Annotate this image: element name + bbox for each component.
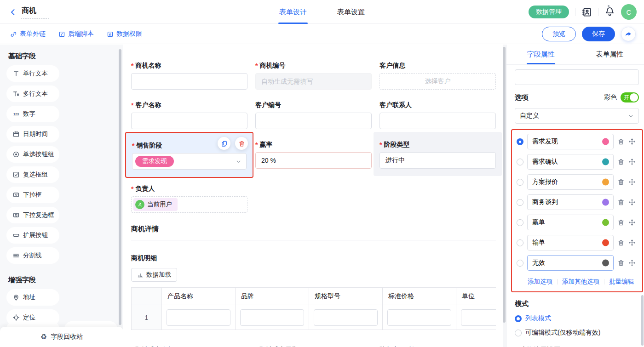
canvas-scrollbar-track[interactable] [503, 45, 506, 347]
field-item-address[interactable]: 地址 [6, 289, 59, 306]
option-color-dot[interactable] [602, 219, 609, 226]
option-default-radio[interactable] [517, 138, 523, 145]
option-color-dot[interactable] [602, 199, 609, 206]
owner-picker[interactable]: 当前用户 [131, 196, 247, 213]
unit-cell-input[interactable] [461, 309, 496, 326]
option-default-radio[interactable] [517, 239, 523, 246]
drag-option-icon[interactable] [628, 138, 636, 145]
drag-option-icon[interactable] [628, 199, 636, 206]
option-source-select[interactable]: 自定义 [515, 108, 639, 124]
notification-bell-icon[interactable] [604, 6, 615, 17]
spec-cell-input[interactable] [314, 309, 378, 326]
color-toggle[interactable]: 开 [621, 92, 639, 102]
data-load-button[interactable]: 数据加载 [131, 268, 177, 282]
field-title-input[interactable] [515, 69, 639, 85]
delete-option-icon[interactable] [617, 239, 625, 246]
field-item-divider[interactable]: 分割线 [6, 247, 59, 264]
share-button[interactable] [621, 27, 636, 41]
field-customer-name[interactable]: *客户名称 [131, 101, 247, 129]
customer-contact-input[interactable] [380, 113, 496, 129]
avatar[interactable]: C [621, 4, 637, 20]
delete-field-button[interactable] [235, 137, 248, 150]
option-color-dot[interactable] [602, 179, 609, 186]
field-item-multi-text[interactable]: 多行文本 [6, 85, 59, 102]
drag-option-icon[interactable] [628, 219, 636, 226]
option-color-dot[interactable] [602, 260, 609, 267]
field-item-single-text[interactable]: 单行文本 [6, 65, 59, 82]
save-button[interactable]: 保存 [582, 27, 615, 41]
mode-list-radio[interactable] [515, 315, 522, 322]
option-default-radio[interactable] [517, 219, 523, 226]
sidebar-scrollbar[interactable] [119, 49, 121, 325]
option-color-dot[interactable] [602, 159, 609, 165]
brand-cell-input[interactable] [240, 309, 304, 326]
field-item-datetime[interactable]: 日期时间 [6, 126, 59, 142]
drag-option-icon[interactable] [628, 178, 636, 186]
delete-option-icon[interactable] [617, 259, 625, 267]
option-label-input[interactable] [528, 256, 613, 270]
option-label-input[interactable] [528, 235, 613, 250]
option-color-dot[interactable] [602, 239, 609, 246]
delete-option-icon[interactable] [617, 158, 625, 165]
tab-form-design[interactable]: 表单设计 [279, 0, 307, 24]
field-customer-no[interactable]: 客户编号 [255, 101, 372, 129]
mode-editable[interactable]: 可编辑模式(仅移动端有效) [515, 329, 638, 337]
form-external-link[interactable]: 表单外链 [10, 30, 46, 38]
price-cell-input[interactable] [387, 309, 451, 326]
product-name-cell-input[interactable] [167, 309, 230, 326]
panel-scrollbar-thumb[interactable] [641, 295, 644, 346]
customer-name-input[interactable] [131, 113, 247, 129]
add-option-link[interactable]: 添加选项 [528, 278, 552, 286]
field-item-radio-group[interactable]: 单选按钮组 [6, 146, 59, 163]
add-other-option-link[interactable]: 添加其他选项 [562, 278, 599, 286]
mode-list[interactable]: 列表模式 [515, 314, 638, 323]
field-item-select[interactable]: 下拉框 [6, 187, 59, 203]
mode-editable-radio[interactable] [515, 330, 522, 336]
option-label-input[interactable] [528, 134, 613, 149]
field-customer-info[interactable]: 客户信息 选择客户 [380, 61, 496, 90]
field-recycle-bin[interactable]: ♻ 字段回收站 [0, 327, 123, 347]
preview-button[interactable]: 预览 [542, 27, 576, 41]
field-opp-no[interactable]: *商机编号 [255, 61, 372, 90]
field-sales-stage-selected[interactable]: *销售阶段 需求发现 [125, 132, 253, 178]
drag-option-icon[interactable] [628, 259, 636, 267]
tab-form-settings[interactable]: 表单设置 [337, 0, 365, 24]
drag-option-icon[interactable] [628, 158, 636, 165]
drag-option-icon[interactable] [628, 239, 636, 246]
field-owner[interactable]: *负责人 当前用户 [131, 184, 496, 213]
delete-option-icon[interactable] [617, 178, 625, 186]
opp-name-input[interactable] [131, 73, 247, 90]
sales-stage-select[interactable]: 需求发现 [132, 153, 247, 170]
option-label-input[interactable] [528, 154, 613, 169]
option-default-radio[interactable] [517, 199, 523, 206]
contact-book-icon[interactable] [581, 7, 592, 17]
select-customer-button[interactable]: 选择客户 [380, 73, 496, 90]
tab-form-properties[interactable]: 表单属性 [575, 45, 644, 64]
canvas-scrollbar-thumb[interactable] [503, 47, 506, 323]
field-win-rate[interactable]: *赢率 20 % [255, 140, 372, 171]
option-default-radio[interactable] [517, 260, 523, 267]
field-stage-type[interactable]: *阶段类型 进行中 [374, 132, 502, 176]
delete-option-icon[interactable] [617, 219, 625, 226]
copy-field-button[interactable] [218, 137, 230, 150]
field-item-multiselect[interactable]: 下拉复选框 [6, 207, 59, 223]
customer-no-input[interactable] [255, 113, 372, 129]
data-permission-link[interactable]: 数据权限 [107, 30, 142, 38]
option-default-radio[interactable] [517, 179, 523, 186]
option-label-input[interactable] [528, 175, 613, 189]
field-opp-name[interactable]: *商机名称 [131, 61, 247, 90]
field-item-number[interactable]: 123数字 [6, 106, 59, 122]
tab-field-properties[interactable]: 字段属性 [506, 45, 575, 64]
backend-script-link[interactable]: 后端脚本 [58, 30, 94, 38]
option-default-radio[interactable] [517, 159, 523, 165]
batch-edit-link[interactable]: 批量编辑 [609, 278, 634, 286]
field-customer-contact[interactable]: 客户联系人 [380, 101, 496, 129]
delete-option-icon[interactable] [617, 138, 625, 145]
stage-type-input[interactable]: 进行中 [380, 152, 496, 169]
option-label-input[interactable] [528, 215, 613, 230]
win-rate-input[interactable]: 20 % [255, 152, 372, 169]
data-manage-button[interactable]: 数据管理 [529, 6, 569, 18]
field-item-ext-button[interactable]: 扩展按钮 [6, 227, 59, 244]
option-label-input[interactable] [528, 195, 613, 210]
field-item-checkbox-group[interactable]: 复选框组 [6, 166, 59, 183]
